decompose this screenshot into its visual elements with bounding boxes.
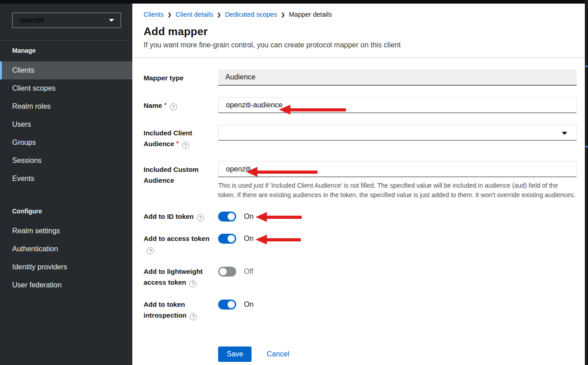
nav-section-manage: Manage Clients Client scopes Realm roles…	[0, 41, 132, 188]
chevron-right-icon: ❯	[168, 12, 171, 17]
help-icon[interactable]	[170, 103, 177, 111]
included-custom-audience-label: Included Custom Audience	[144, 161, 218, 186]
breadcrumb-clients[interactable]: Clients	[144, 11, 163, 18]
sidebar-item-realm-settings[interactable]: Realm settings	[0, 222, 132, 240]
form-row-add-to-lightweight-access-token: Add to lightweight access token Off	[144, 266, 577, 288]
breadcrumb-dedicated-scopes[interactable]: Dedicated scopes	[225, 11, 277, 18]
realm-name: openziti	[19, 16, 44, 24]
add-to-access-token-label: Add to access token	[144, 233, 218, 255]
form-actions: Save Cancel	[218, 347, 577, 362]
breadcrumb-mapper-details: Mapper details	[289, 11, 332, 18]
add-to-id-token-state: On	[244, 213, 253, 221]
toggle-knob	[219, 268, 227, 275]
required-asterisk: *	[164, 102, 167, 108]
add-to-lightweight-access-token-label: Add to lightweight access token	[144, 266, 218, 288]
save-button[interactable]: Save	[218, 347, 252, 362]
sidebar-item-events[interactable]: Events	[0, 170, 132, 188]
sidebar-item-groups[interactable]: Groups	[0, 134, 132, 152]
help-icon[interactable]	[189, 280, 196, 287]
sidebar-item-client-scopes[interactable]: Client scopes	[0, 79, 132, 97]
help-icon[interactable]	[147, 247, 154, 254]
form-row-name: Name*	[144, 97, 577, 113]
breadcrumb: Clients ❯ Client details ❯ Dedicated sco…	[144, 11, 574, 18]
included-client-audience-select[interactable]	[218, 125, 577, 141]
realm-selector-area: openziti	[0, 4, 132, 41]
page-header: Clients ❯ Client details ❯ Dedicated sco…	[132, 4, 588, 58]
form-row-mapper-type: Mapper type Audience	[144, 69, 577, 86]
scrollbar-mark	[585, 146, 588, 148]
scrollbar-mark	[585, 65, 588, 67]
add-to-access-token-state: On	[244, 235, 253, 243]
form-row-add-to-id-token: Add to ID token On	[144, 211, 577, 222]
sidebar-item-realm-roles[interactable]: Realm roles	[0, 97, 132, 116]
chevron-right-icon: ❯	[281, 12, 285, 17]
mapper-form: Mapper type Audience Name* Included Clie…	[132, 58, 588, 362]
mapper-type-value: Audience	[218, 69, 577, 86]
included-custom-audience-help-text: This is used just if 'Included Client Au…	[218, 181, 577, 200]
help-icon[interactable]	[190, 313, 197, 320]
add-to-token-introspection-label: Add to token introspection	[144, 299, 218, 321]
add-to-lightweight-access-token-state: Off	[244, 268, 253, 276]
vertical-scrollbar[interactable]	[585, 0, 588, 365]
add-to-access-token-toggle[interactable]	[218, 234, 236, 244]
realm-selector[interactable]: openziti	[12, 13, 121, 28]
toggle-knob	[228, 235, 235, 242]
add-to-token-introspection-toggle[interactable]	[218, 300, 236, 310]
sidebar-item-user-federation[interactable]: User federation	[0, 276, 132, 294]
main-content: Clients ❯ Client details ❯ Dedicated sco…	[132, 4, 588, 365]
sidebar-item-authentication[interactable]: Authentication	[0, 240, 132, 258]
included-client-audience-label: Included Client Audience*	[144, 125, 218, 150]
name-input[interactable]	[218, 97, 577, 113]
keycloak-admin-console: openziti Manage Clients Client scopes Re…	[0, 0, 588, 365]
breadcrumb-client-details[interactable]: Client details	[176, 11, 213, 18]
help-icon[interactable]	[182, 142, 189, 149]
sidebar-item-clients[interactable]: Clients	[0, 61, 132, 79]
add-to-id-token-toggle[interactable]	[218, 212, 236, 222]
page-subtitle: If you want more fine-grain control, you…	[144, 41, 574, 49]
form-row-add-to-token-introspection: Add to token introspection On	[144, 299, 577, 321]
form-row-included-custom-audience: Included Custom Audience This is used ju…	[144, 161, 577, 200]
sidebar-item-sessions[interactable]: Sessions	[0, 152, 132, 170]
chevron-right-icon: ❯	[217, 12, 221, 17]
chevron-down-icon	[562, 132, 567, 135]
sidebar-item-users[interactable]: Users	[0, 116, 132, 134]
sidebar: openziti Manage Clients Client scopes Re…	[0, 4, 132, 365]
toggle-knob	[228, 213, 235, 220]
cancel-link[interactable]: Cancel	[266, 350, 289, 358]
toggle-knob	[228, 301, 235, 308]
form-row-add-to-access-token: Add to access token On	[144, 233, 577, 255]
included-custom-audience-input[interactable]	[218, 161, 577, 177]
nav-section-configure: Configure Realm settings Authentication …	[0, 201, 132, 294]
chevron-down-icon	[109, 19, 114, 22]
add-to-token-introspection-state: On	[244, 300, 253, 309]
sidebar-item-identity-providers[interactable]: Identity providers	[0, 258, 132, 276]
help-icon[interactable]	[197, 214, 204, 222]
nav-section-title-configure: Configure	[0, 201, 132, 215]
page-title: Add mapper	[144, 25, 574, 38]
form-row-included-client-audience: Included Client Audience*	[144, 125, 577, 150]
mapper-type-label: Mapper type	[144, 69, 218, 83]
masthead-bar	[0, 0, 588, 4]
nav-section-title-manage: Manage	[0, 41, 132, 54]
name-label: Name*	[144, 97, 218, 111]
add-to-id-token-label: Add to ID token	[144, 211, 218, 222]
required-asterisk: *	[177, 140, 179, 147]
add-to-lightweight-access-token-toggle[interactable]	[218, 267, 236, 277]
